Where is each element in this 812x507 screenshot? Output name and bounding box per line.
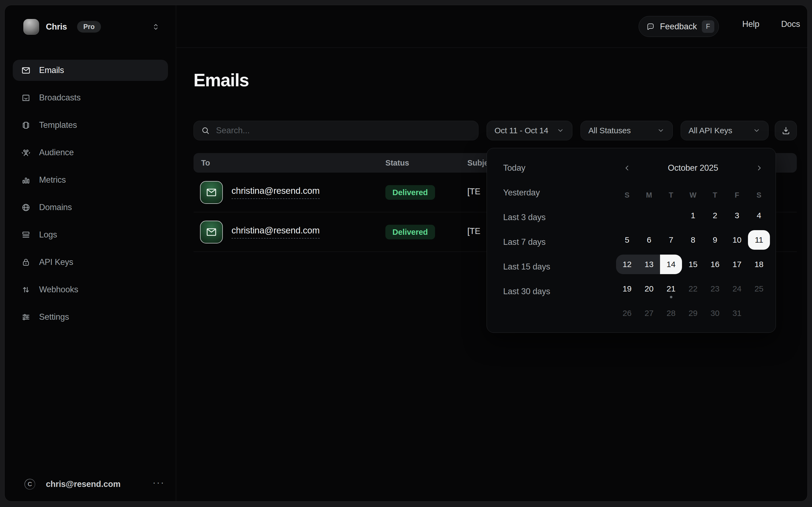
prev-month-button[interactable] [616,158,638,178]
sidebar-item-webhooks[interactable]: Webhooks [13,279,168,300]
calendar-day-17[interactable]: 17 [726,255,748,274]
recipient-email[interactable]: christina@resend.com [231,225,320,238]
settings-icon [21,312,31,322]
calendar: October 2025 SMTWTFS 1234567891011121314… [616,158,770,328]
feedback-button[interactable]: Feedback F [639,16,719,37]
calendar-day-28[interactable]: 28 [660,303,682,323]
date-presets: TodayYesterdayLast 3 daysLast 7 daysLast… [497,158,557,301]
weekday-label: T [704,185,726,205]
api-key-filter-button[interactable]: All API Keys [681,121,768,140]
workspace-switcher-icon[interactable] [151,22,160,32]
preset-last-30-days[interactable]: Last 30 days [497,282,557,301]
calendar-day-5[interactable]: 5 [616,230,638,250]
calendar-day-24[interactable]: 24 [726,279,748,298]
docs-link[interactable]: Docs [781,19,800,29]
help-link[interactable]: Help [742,19,759,29]
chevron-down-icon [657,126,665,134]
calendar-day-10[interactable]: 10 [726,230,748,250]
sidebar-item-metrics[interactable]: Metrics [13,169,168,190]
sidebar-item-logs[interactable]: Logs [13,224,168,245]
calendar-day-26[interactable]: 26 [616,303,638,323]
sidebar-item-label: Metrics [39,175,66,185]
chevron-down-icon [753,126,761,134]
calendar-day-21[interactable]: 21 [660,279,682,298]
weekday-label: T [660,185,682,205]
topbar: Feedback F Help Docs [176,5,807,48]
next-month-button[interactable] [748,158,770,178]
sidebar-item-domains[interactable]: Domains [13,197,168,218]
preset-last-7-days[interactable]: Last 7 days [497,232,557,252]
download-icon [781,126,791,135]
calendar-day-15[interactable]: 15 [682,255,704,274]
email-subject: [TE [467,187,480,196]
weekday-row: SMTWTFS [616,185,770,205]
sidebar-item-emails[interactable]: Emails [13,60,168,81]
status-filter-button[interactable]: All Statuses [581,121,673,140]
calendar-day-13[interactable]: 13 [638,255,660,274]
preset-today[interactable]: Today [497,158,557,178]
calendar-day-29[interactable]: 29 [682,303,704,323]
chevron-down-icon [556,126,565,134]
email-envelope-icon [200,181,223,204]
calendar-day-9[interactable]: 9 [704,230,726,250]
export-button[interactable] [775,121,797,140]
sidebar-item-label: Audience [39,148,74,157]
emails-icon [21,65,31,75]
broadcasts-icon [21,93,31,103]
calendar-day-11[interactable]: 11 [748,230,770,250]
calendar-day-14[interactable]: 14 [660,255,682,274]
calendar-day-31[interactable]: 31 [726,303,748,323]
sidebar-item-templates[interactable]: Templates [13,115,168,136]
weekday-label: S [616,185,638,205]
user-avatar[interactable] [23,19,39,35]
calendar-day-22[interactable]: 22 [682,279,704,298]
sidebar-item-label: Settings [39,312,69,322]
sidebar-item-settings[interactable]: Settings [13,306,168,328]
preset-last-15-days[interactable]: Last 15 days [497,257,557,277]
sidebar-item-audience[interactable]: Audience [13,142,168,163]
sidebar-item-broadcasts[interactable]: Broadcasts [13,87,168,108]
calendar-day-1[interactable]: 1 [682,206,704,225]
search-icon [201,126,210,135]
calendar-day-2[interactable]: 2 [704,206,726,225]
recipient-email[interactable]: christina@resend.com [231,186,320,199]
sidebar-item-label: Webhooks [39,285,78,294]
calendar-day-3[interactable]: 3 [726,206,748,225]
calendar-day-23[interactable]: 23 [704,279,726,298]
calendar-day-18[interactable]: 18 [748,255,770,274]
sidebar-item-api-keys[interactable]: API Keys [13,251,168,273]
calendar-day-8[interactable]: 8 [682,230,704,250]
date-picker-popover: TodayYesterdayLast 3 daysLast 7 daysLast… [486,148,776,333]
weekday-label: S [748,185,770,205]
calendar-day-19[interactable]: 19 [616,279,638,298]
calendar-day-blank [748,303,770,323]
preset-yesterday[interactable]: Yesterday [497,183,557,203]
webhooks-icon [21,285,31,295]
weekday-label: F [726,185,748,205]
status-badge: Delivered [385,225,435,239]
preset-last-3-days[interactable]: Last 3 days [497,208,557,227]
date-range-filter-button[interactable]: Oct 11 - Oct 14 [486,121,572,140]
calendar-day-25[interactable]: 25 [748,279,770,298]
feedback-bubble-icon [646,22,655,31]
calendar-day-27[interactable]: 27 [638,303,660,323]
calendar-day-6[interactable]: 6 [638,230,660,250]
calendar-day-30[interactable]: 30 [704,303,726,323]
calendar-day-12[interactable]: 12 [616,255,638,274]
sidebar-item-label: Domains [39,203,72,212]
account-avatar[interactable]: C [24,479,35,490]
sidebar: Chris Pro Emails Broadcasts Templates Au… [5,5,176,501]
email-envelope-icon [200,221,223,243]
calendar-day-16[interactable]: 16 [704,255,726,274]
calendar-day-20[interactable]: 20 [638,279,660,298]
calendar-day-4[interactable]: 4 [748,206,770,225]
email-subject: [TE [467,226,480,236]
sidebar-item-label: API Keys [39,257,73,267]
search-input[interactable] [216,126,471,135]
app-window: Chris Pro Emails Broadcasts Templates Au… [4,5,808,502]
account-email: chris@resend.com [46,479,120,489]
account-menu-button[interactable]: ··· [153,477,165,488]
plan-badge: Pro [77,21,101,33]
calendar-week: 567891011 [616,230,770,250]
calendar-day-7[interactable]: 7 [660,230,682,250]
